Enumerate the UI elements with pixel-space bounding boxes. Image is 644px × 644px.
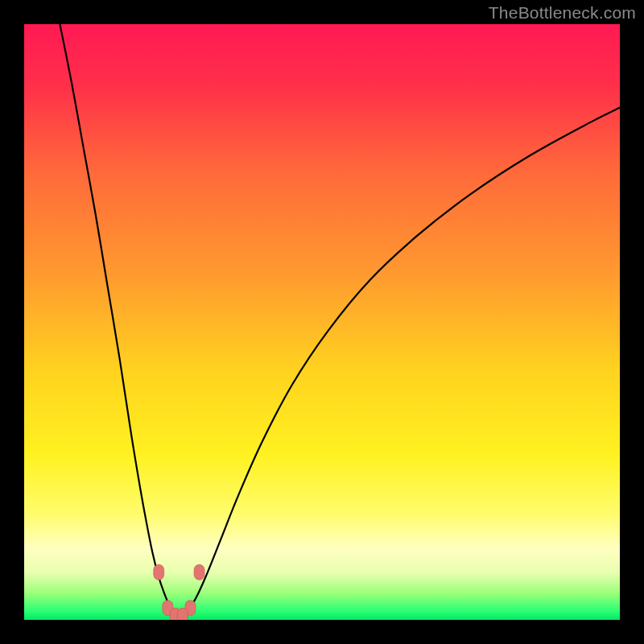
data-marker [194, 564, 204, 580]
bottleneck-curve-plot [24, 24, 620, 620]
watermark-text: TheBottleneck.com [489, 3, 636, 23]
data-marker [177, 608, 188, 620]
plot-frame [24, 24, 620, 620]
data-marker [154, 564, 164, 580]
